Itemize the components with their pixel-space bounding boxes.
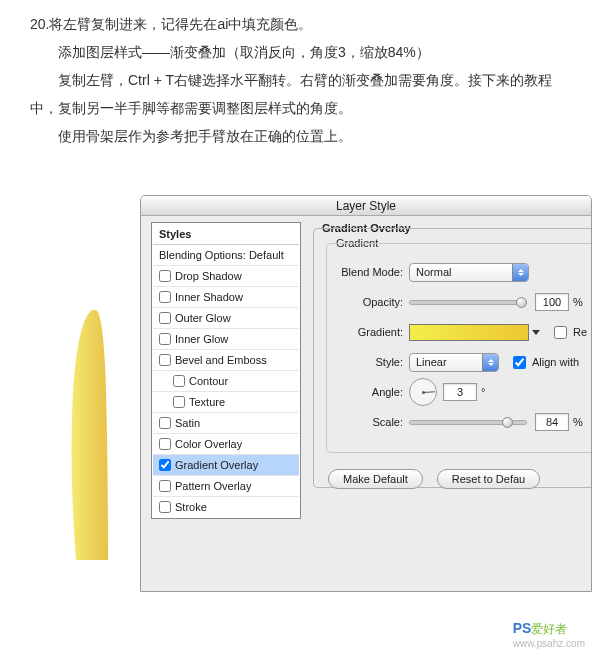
make-default-button[interactable]: Make Default bbox=[328, 469, 423, 489]
select-arrows-icon bbox=[512, 264, 528, 281]
checkbox-pattern-overlay[interactable] bbox=[159, 480, 171, 492]
tutorial-line-4: 使用骨架层作为参考把手臂放在正确的位置上。 bbox=[30, 122, 570, 150]
label-align: Align with bbox=[532, 356, 579, 368]
checkbox-reverse[interactable] bbox=[554, 326, 567, 339]
label-contour: Contour bbox=[189, 375, 228, 387]
slider-scale[interactable] bbox=[409, 420, 527, 425]
label-reverse: Re bbox=[573, 326, 587, 338]
label-outer-glow: Outer Glow bbox=[175, 312, 231, 324]
label-pattern-overlay: Pattern Overlay bbox=[175, 480, 251, 492]
angle-dial[interactable] bbox=[409, 378, 437, 406]
styles-header: Styles bbox=[153, 224, 299, 245]
default-buttons-row: Make Default Reset to Defau bbox=[328, 469, 540, 489]
angle-unit: ° bbox=[481, 386, 485, 398]
arm-shape-preview bbox=[70, 310, 120, 560]
watermark-url: www.psahz.com bbox=[513, 638, 585, 649]
scale-unit: % bbox=[573, 416, 583, 428]
checkbox-inner-glow[interactable] bbox=[159, 333, 171, 345]
slider-scale-thumb[interactable] bbox=[502, 417, 513, 428]
group-outer: Gradient Blend Mode: Normal Opacity: 100 bbox=[313, 228, 591, 488]
value-blend-mode: Normal bbox=[416, 266, 512, 278]
input-scale[interactable]: 84 bbox=[535, 413, 569, 431]
select-blend-mode[interactable]: Normal bbox=[409, 263, 529, 282]
row-scale: Scale: 84 % bbox=[327, 408, 591, 436]
dialog-title: Layer Style bbox=[141, 196, 591, 216]
row-angle: Angle: 3 ° bbox=[327, 378, 591, 406]
checkbox-drop-shadow[interactable] bbox=[159, 270, 171, 282]
label-stroke: Stroke bbox=[175, 501, 207, 513]
tutorial-line-1: 20.将左臂复制进来，记得先在ai中填充颜色。 bbox=[30, 10, 570, 38]
tutorial-text: 20.将左臂复制进来，记得先在ai中填充颜色。 添加图层样式——渐变叠加（取消反… bbox=[0, 0, 600, 170]
row-opacity: Opacity: 100 % bbox=[327, 288, 591, 316]
label-blend-mode: Blend Mode: bbox=[327, 266, 409, 278]
style-item-drop-shadow[interactable]: Drop Shadow bbox=[153, 266, 299, 287]
checkbox-align[interactable] bbox=[513, 356, 526, 369]
label-inner-shadow: Inner Shadow bbox=[175, 291, 243, 303]
label-satin: Satin bbox=[175, 417, 200, 429]
checkbox-color-overlay[interactable] bbox=[159, 438, 171, 450]
label-gradient: Gradient: bbox=[327, 326, 409, 338]
style-item-bevel[interactable]: Bevel and Emboss bbox=[153, 350, 299, 371]
select-arrows-icon bbox=[482, 354, 498, 371]
opacity-unit: % bbox=[573, 296, 583, 308]
input-opacity[interactable]: 100 bbox=[535, 293, 569, 311]
tutorial-line-2: 添加图层样式——渐变叠加（取消反向，角度3，缩放84%） bbox=[30, 38, 570, 66]
label-bevel: Bevel and Emboss bbox=[175, 354, 267, 366]
style-item-gradient-overlay[interactable]: Gradient Overlay bbox=[153, 455, 299, 476]
checkbox-bevel[interactable] bbox=[159, 354, 171, 366]
gradient-overlay-settings: Gradient Overlay Gradient Blend Mode: No… bbox=[311, 224, 591, 592]
style-item-pattern-overlay[interactable]: Pattern Overlay bbox=[153, 476, 299, 497]
checkbox-stroke[interactable] bbox=[159, 501, 171, 513]
style-item-satin[interactable]: Satin bbox=[153, 413, 299, 434]
row-style: Style: Linear Align with bbox=[327, 348, 591, 376]
style-item-contour[interactable]: Contour bbox=[153, 371, 299, 392]
group-inner: Blend Mode: Normal Opacity: 100 % bbox=[326, 243, 591, 453]
checkbox-outer-glow[interactable] bbox=[159, 312, 171, 324]
label-angle: Angle: bbox=[327, 386, 409, 398]
slider-opacity[interactable] bbox=[409, 300, 527, 305]
checkbox-satin[interactable] bbox=[159, 417, 171, 429]
style-item-inner-glow[interactable]: Inner Glow bbox=[153, 329, 299, 350]
gradient-picker-arrow-icon[interactable] bbox=[532, 330, 540, 335]
watermark: PS爱好者 www.psahz.com bbox=[513, 620, 585, 649]
checkbox-contour[interactable] bbox=[173, 375, 185, 387]
label-gradient-overlay: Gradient Overlay bbox=[175, 459, 258, 471]
style-item-inner-shadow[interactable]: Inner Shadow bbox=[153, 287, 299, 308]
checkbox-reverse-wrap[interactable]: Re bbox=[550, 323, 587, 342]
layer-style-dialog: Layer Style Styles Blending Options: Def… bbox=[140, 195, 592, 592]
blending-options-row[interactable]: Blending Options: Default bbox=[153, 245, 299, 266]
style-item-texture[interactable]: Texture bbox=[153, 392, 299, 413]
style-item-stroke[interactable]: Stroke bbox=[153, 497, 299, 517]
row-gradient: Gradient: Re bbox=[327, 318, 591, 346]
select-style[interactable]: Linear bbox=[409, 353, 499, 372]
style-item-outer-glow[interactable]: Outer Glow bbox=[153, 308, 299, 329]
watermark-hz: 爱好者 bbox=[531, 622, 567, 636]
label-scale: Scale: bbox=[327, 416, 409, 428]
styles-list-panel: Styles Blending Options: Default Drop Sh… bbox=[151, 222, 301, 519]
tutorial-line-3: 复制左臂，Ctrl + T右键选择水平翻转。右臂的渐变叠加需要角度。接下来的教程… bbox=[30, 66, 570, 122]
checkbox-texture[interactable] bbox=[173, 396, 185, 408]
row-blend-mode: Blend Mode: Normal bbox=[327, 258, 591, 286]
checkbox-inner-shadow[interactable] bbox=[159, 291, 171, 303]
label-inner-glow: Inner Glow bbox=[175, 333, 228, 345]
reset-default-button[interactable]: Reset to Defau bbox=[437, 469, 540, 489]
watermark-ps: PS bbox=[513, 620, 532, 636]
style-item-color-overlay[interactable]: Color Overlay bbox=[153, 434, 299, 455]
label-opacity: Opacity: bbox=[327, 296, 409, 308]
label-style: Style: bbox=[327, 356, 409, 368]
gradient-swatch[interactable] bbox=[409, 324, 529, 341]
checkbox-align-wrap[interactable]: Align with bbox=[509, 353, 579, 372]
slider-opacity-thumb[interactable] bbox=[516, 297, 527, 308]
blending-options-label: Blending Options: Default bbox=[159, 249, 284, 261]
value-style: Linear bbox=[416, 356, 482, 368]
label-color-overlay: Color Overlay bbox=[175, 438, 242, 450]
label-texture: Texture bbox=[189, 396, 225, 408]
input-angle[interactable]: 3 bbox=[443, 383, 477, 401]
label-drop-shadow: Drop Shadow bbox=[175, 270, 242, 282]
checkbox-gradient-overlay[interactable] bbox=[159, 459, 171, 471]
